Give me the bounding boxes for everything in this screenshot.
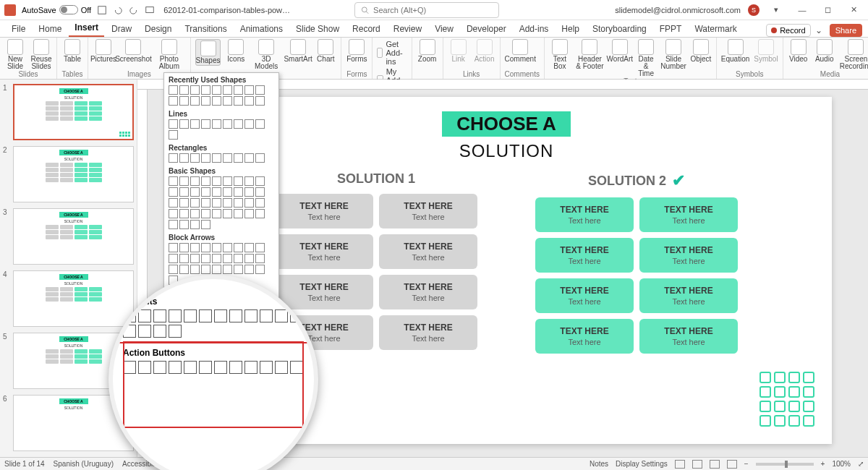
tab-design[interactable]: Design [139, 21, 177, 37]
equation-button[interactable]: Equation [721, 39, 749, 63]
shape-glyph[interactable] [190, 198, 200, 208]
shape-glyph[interactable] [153, 309, 166, 322]
slideshow-view-icon[interactable] [727, 460, 737, 469]
shape-glyph[interactable] [169, 153, 178, 163]
slideshow-icon[interactable] [145, 5, 155, 15]
table-cell[interactable]: TEXT HEREText here [639, 238, 738, 273]
shape-glyph[interactable] [169, 119, 178, 129]
shape-glyph[interactable] [169, 176, 178, 186]
shape-glyph[interactable] [179, 96, 189, 106]
ribbon-options-icon[interactable]: ▾ [767, 3, 786, 17]
shape-glyph[interactable] [138, 361, 151, 374]
shape-glyph[interactable] [184, 309, 197, 322]
shape-glyph[interactable] [223, 176, 232, 186]
textbox-button[interactable]: Text Box [549, 39, 571, 70]
shape-glyph[interactable] [169, 198, 178, 208]
shape-glyph[interactable] [234, 153, 243, 163]
tab-fppt[interactable]: FPPT [654, 21, 688, 37]
shape-glyph[interactable] [169, 361, 182, 374]
zoom-percent[interactable]: 100% [832, 460, 851, 468]
shape-glyph[interactable] [190, 187, 200, 197]
shape-glyph[interactable] [223, 265, 232, 274]
shape-glyph[interactable] [179, 198, 189, 208]
avatar[interactable]: S [748, 4, 760, 16]
new-slide-button[interactable]: New Slide [4, 39, 26, 70]
shape-glyph[interactable] [234, 265, 243, 274]
notes-button[interactable]: Notes [590, 460, 608, 468]
shape-glyph[interactable] [179, 243, 189, 252]
shape-glyph[interactable] [212, 96, 221, 106]
shape-glyph[interactable] [244, 243, 254, 252]
shape-glyph[interactable] [169, 243, 178, 252]
shape-glyph[interactable] [275, 309, 288, 322]
tab-file[interactable]: File [6, 21, 31, 37]
shape-glyph[interactable] [234, 85, 243, 95]
shape-glyph[interactable] [190, 220, 200, 229]
table-cell[interactable]: TEXT HEREText here [535, 238, 634, 273]
shape-glyph[interactable] [234, 176, 243, 186]
minimize-icon[interactable]: — [793, 3, 812, 17]
shape-glyph[interactable] [201, 119, 210, 129]
tab-slideshow[interactable]: Slide Show [290, 21, 345, 37]
photo-album-button[interactable]: Photo Album [153, 39, 186, 70]
shape-glyph[interactable] [190, 176, 200, 186]
maximize-icon[interactable]: ◻ [819, 3, 838, 17]
tab-addins[interactable]: Add-ins [514, 21, 555, 37]
shape-glyph[interactable] [223, 243, 232, 252]
share-button[interactable]: Share [830, 24, 862, 37]
3d-models-button[interactable]: 3D Models [251, 39, 281, 70]
shape-glyph[interactable] [223, 96, 232, 106]
shape-glyph[interactable] [201, 265, 210, 274]
shape-glyph[interactable] [212, 85, 221, 95]
shape-glyph[interactable] [138, 309, 151, 322]
shape-glyph[interactable] [138, 325, 151, 338]
table-cell[interactable]: TEXT HEREText here [379, 315, 477, 350]
shape-glyph[interactable] [234, 119, 243, 129]
tab-view[interactable]: View [429, 21, 459, 37]
shape-glyph[interactable] [169, 220, 178, 229]
shape-glyph[interactable] [255, 96, 265, 106]
slide-subtitle[interactable]: SOLUTION [210, 141, 803, 161]
reading-view-icon[interactable] [710, 460, 720, 469]
shape-glyph[interactable] [123, 361, 136, 374]
shape-glyph[interactable] [223, 119, 232, 129]
shape-glyph[interactable] [169, 96, 178, 106]
table-cell[interactable]: TEXT HEREText here [535, 197, 634, 232]
forms-button[interactable]: Forms [346, 39, 367, 63]
shape-glyph[interactable] [169, 85, 178, 95]
shapes-button[interactable]: Shapes [195, 39, 221, 66]
shape-glyph[interactable] [229, 309, 242, 322]
shape-glyph[interactable] [179, 187, 189, 197]
account-email[interactable]: slidemodel@cidrol.onmicrosoft.com [615, 6, 741, 14]
shape-glyph[interactable] [255, 187, 265, 197]
shape-glyph[interactable] [201, 85, 210, 95]
shape-glyph[interactable] [212, 119, 221, 129]
shape-glyph[interactable] [212, 243, 221, 252]
shape-glyph[interactable] [255, 85, 265, 95]
shape-glyph[interactable] [223, 209, 232, 218]
autosave-toggle[interactable]: AutoSave Off [22, 5, 91, 14]
tab-record[interactable]: Record [346, 21, 386, 37]
smartart-button[interactable]: SmartArt [286, 39, 310, 63]
shape-glyph[interactable] [201, 209, 210, 218]
normal-view-icon[interactable] [675, 460, 685, 469]
header-footer-button[interactable]: Header & Footer [575, 39, 605, 70]
icons-button[interactable]: Icons [225, 39, 247, 63]
shape-glyph[interactable] [169, 254, 178, 263]
shape-glyph[interactable] [153, 325, 166, 338]
table-cell[interactable]: TEXT HEREText here [535, 319, 634, 354]
shape-glyph[interactable] [255, 265, 265, 274]
display-settings-button[interactable]: Display Settings [616, 460, 668, 468]
shape-glyph[interactable] [179, 254, 189, 263]
shape-glyph[interactable] [244, 309, 258, 322]
slide-number-button[interactable]: Slide Number [661, 39, 686, 70]
icon-grid[interactable] [760, 372, 814, 427]
shape-glyph[interactable] [169, 325, 182, 338]
shape-glyph[interactable] [179, 85, 189, 95]
shape-glyph[interactable] [244, 85, 254, 95]
table-cell[interactable]: TEXT HEREText here [275, 194, 373, 228]
shape-glyph[interactable] [244, 198, 254, 208]
table-button[interactable]: Table [61, 39, 83, 63]
shape-glyph[interactable] [290, 361, 303, 374]
undo-icon[interactable] [113, 5, 123, 15]
